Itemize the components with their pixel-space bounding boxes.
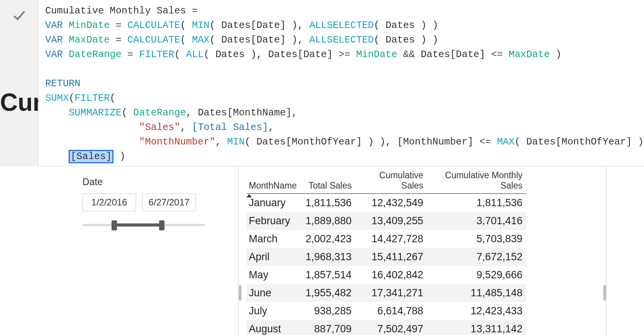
- scroll-indicator-right[interactable]: [603, 285, 606, 301]
- table-row[interactable]: February1,889,88013,409,2553,701,416: [246, 212, 526, 230]
- cell-month: March: [246, 230, 303, 248]
- cell-cumulative-monthly-sales: 11,485,148: [427, 284, 526, 302]
- cell-cumulative-monthly-sales: 9,529,666: [427, 266, 526, 284]
- cell-cumulative-sales: 16,402,842: [355, 266, 427, 284]
- table-row[interactable]: July938,2856,614,78812,423,433: [246, 302, 526, 320]
- table-visual: MonthName Total Sales Cumulative Sales C…: [238, 166, 606, 335]
- table-row[interactable]: May1,857,51416,402,8429,529,666: [246, 266, 526, 284]
- cell-cumulative-monthly-sales: 7,672,152: [427, 248, 526, 266]
- cell-total-sales: 1,857,514: [303, 266, 355, 284]
- cell-total-sales: 1,955,482: [303, 284, 355, 302]
- measure-name: Cumulative Monthly Sales: [45, 5, 186, 16]
- table-row[interactable]: March2,002,42314,427,7285,703,839: [246, 230, 526, 248]
- cell-month: January: [246, 194, 303, 212]
- scroll-indicator-left[interactable]: [239, 285, 242, 301]
- cell-cumulative-sales: 6,614,788: [355, 302, 427, 320]
- cell-month: February: [246, 212, 303, 230]
- cell-cumulative-sales: 7,502,497: [355, 320, 427, 335]
- cell-cumulative-sales: 14,427,728: [355, 230, 427, 248]
- slicer-title: Date: [82, 176, 205, 187]
- date-from-input[interactable]: 1/2/2016: [82, 194, 136, 211]
- cell-cumulative-monthly-sales: 3,701,416: [427, 212, 526, 230]
- cell-cumulative-monthly-sales: 12,423,433: [427, 302, 526, 320]
- cell-total-sales: 938,285: [303, 302, 355, 320]
- date-to-input[interactable]: 6/27/2017: [142, 194, 196, 211]
- dax-editor[interactable]: Cumulative Monthly Sales = VAR MinDate =…: [38, 0, 644, 166]
- cell-total-sales: 1,811,536: [303, 194, 355, 212]
- cell-cumulative-sales: 12,432,549: [355, 194, 427, 212]
- cell-cumulative-monthly-sales: 5,703,839: [427, 230, 526, 248]
- col-total-sales[interactable]: Total Sales: [303, 166, 355, 194]
- cell-month: April: [246, 248, 303, 266]
- cell-month: May: [246, 266, 303, 284]
- cell-month: August: [246, 320, 303, 335]
- cell-month: July: [246, 302, 303, 320]
- slider-handle-right[interactable]: [159, 220, 164, 230]
- table-row[interactable]: August887,7097,502,49713,311,142: [246, 320, 526, 335]
- cell-cumulative-monthly-sales: 1,811,536: [427, 194, 526, 212]
- col-cumulative-sales[interactable]: Cumulative Sales: [355, 166, 427, 194]
- cell-cumulative-sales: 13,409,255: [355, 212, 427, 230]
- selected-token[interactable]: [Sales]: [69, 150, 113, 163]
- cell-cumulative-sales: 15,411,267: [355, 248, 427, 266]
- table-header-row: MonthName Total Sales Cumulative Sales C…: [246, 166, 526, 194]
- table-row[interactable]: April1,968,31315,411,2677,672,152: [246, 248, 526, 266]
- cell-cumulative-monthly-sales: 13,311,142: [427, 320, 526, 335]
- slider-handle-left[interactable]: [112, 220, 117, 230]
- commit-button[interactable]: [0, 0, 38, 31]
- sort-asc-icon: [246, 194, 252, 197]
- table-row[interactable]: June1,955,48217,341,27111,485,148: [246, 284, 526, 302]
- cell-month: June: [246, 284, 303, 302]
- cell-total-sales: 887,709: [303, 320, 355, 335]
- cell-total-sales: 1,889,880: [303, 212, 355, 230]
- slider-fill: [113, 223, 163, 227]
- cell-cumulative-sales: 17,341,271: [355, 284, 427, 302]
- date-slicer: Date 1/2/2016 6/27/2017: [82, 176, 205, 231]
- date-range-slider[interactable]: [82, 220, 205, 231]
- cell-total-sales: 1,968,313: [303, 248, 355, 266]
- col-cumulative-monthly-sales[interactable]: Cumulative Monthly Sales: [427, 166, 526, 194]
- formula-bar: Cum Cumulative Monthly Sales = VAR MinDa…: [0, 0, 644, 166]
- col-monthname[interactable]: MonthName: [246, 166, 303, 194]
- table-row[interactable]: January1,811,53612,432,5491,811,536: [246, 194, 526, 212]
- checkmark-icon: [12, 8, 27, 23]
- cell-total-sales: 2,002,423: [303, 230, 355, 248]
